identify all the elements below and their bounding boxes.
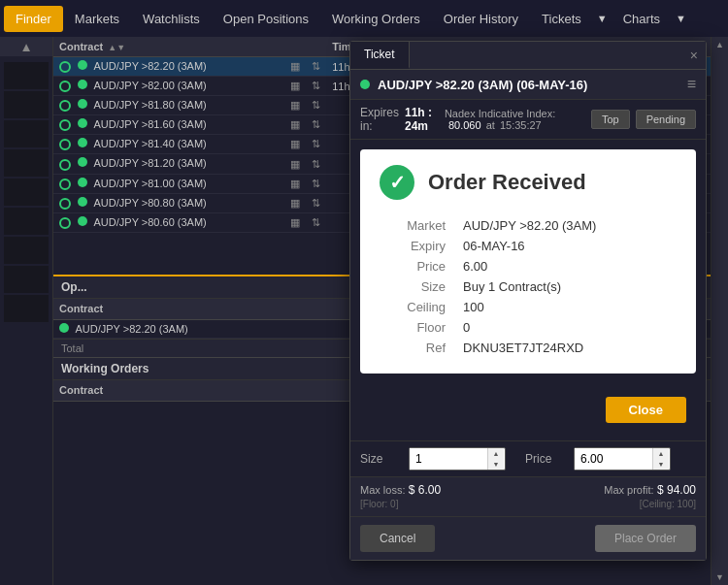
extra-col-header — [306, 37, 326, 57]
left-sidebar: ▲ — [0, 37, 53, 585]
row-sort-icon[interactable]: ⇅ — [312, 118, 320, 130]
sort-cell[interactable]: ⇅ — [306, 135, 326, 154]
scroll-up-btn[interactable]: ▲ — [711, 37, 728, 52]
contract-col-header[interactable]: Contract ▲▼ — [53, 37, 284, 57]
row-sort-icon[interactable]: ⇅ — [312, 138, 320, 149]
size-input[interactable] — [410, 448, 487, 470]
chart-cell[interactable]: ▦ — [284, 57, 306, 77]
sort-cell[interactable]: ⇅ — [306, 212, 326, 232]
price-spin-down[interactable]: ▼ — [653, 459, 669, 470]
chart-cell[interactable]: ▦ — [284, 96, 306, 115]
contract-cell: AUD/JPY >81.40 (3AM) — [53, 135, 284, 154]
order-detail-row: Floor 0 — [380, 317, 677, 338]
row-chart-icon[interactable]: ▦ — [290, 138, 300, 149]
price-spin-up[interactable]: ▲ — [653, 448, 669, 459]
row-chart-icon[interactable]: ▦ — [290, 118, 300, 130]
expires-label: Expires in: — [360, 106, 399, 133]
chart-cell[interactable]: ▦ — [284, 193, 306, 212]
row-active-dot — [78, 80, 87, 89]
nav-markets[interactable]: Markets — [63, 6, 131, 32]
price-spinner: ▲ ▼ — [652, 448, 669, 470]
ticket-tab[interactable]: Ticket — [350, 42, 410, 69]
row-sort-icon[interactable]: ⇅ — [312, 158, 320, 170]
sort-cell[interactable]: ⇅ — [306, 115, 326, 135]
cancel-btn[interactable]: Cancel — [360, 525, 435, 552]
row-active-dot — [78, 157, 87, 167]
max-loss-label: Max loss: — [360, 484, 405, 496]
close-order-btn[interactable]: Close — [606, 397, 686, 423]
tickets-chevron[interactable]: ▼ — [593, 7, 612, 30]
row-active-dot — [78, 138, 87, 147]
sidebar-scroll-up[interactable]: ▲ — [0, 37, 52, 56]
nav-order-history[interactable]: Order History — [432, 6, 530, 32]
row-status-dot — [59, 81, 71, 92]
sort-cell[interactable]: ⇅ — [306, 154, 326, 174]
sort-cell[interactable]: ⇅ — [306, 193, 326, 212]
row-sort-icon[interactable]: ⇅ — [312, 178, 320, 189]
row-sort-icon[interactable]: ⇅ — [312, 80, 320, 91]
row-status-dot — [59, 179, 71, 190]
nav-open-positions[interactable]: Open Positions — [212, 6, 320, 32]
row-active-dot — [78, 118, 87, 128]
order-detail-label: Size — [380, 276, 457, 297]
price-input-wrap: ▲ ▼ — [574, 447, 671, 471]
chart-cell[interactable]: ▦ — [284, 212, 306, 232]
nav-watchlists[interactable]: Watchlists — [131, 6, 212, 32]
nav-finder[interactable]: Finder — [4, 6, 63, 32]
contract-cell: AUD/JPY >82.00 (3AM) — [53, 77, 284, 96]
max-profit-section: Max profit: $ 94.00 [Ceiling: 100] — [604, 483, 696, 510]
row-sort-icon[interactable]: ⇅ — [312, 60, 320, 72]
price-input[interactable] — [575, 448, 652, 470]
order-detail-value: DKNU3ET7JT24RXD — [457, 338, 677, 358]
order-detail-value: AUD/JPY >82.20 (3AM) — [457, 215, 677, 236]
sort-cell[interactable]: ⇅ — [306, 174, 326, 193]
ticket-close-btn[interactable]: × — [682, 42, 706, 69]
size-label: Size — [360, 452, 399, 466]
scroll-down-btn[interactable]: ▼ — [711, 569, 728, 585]
row-chart-icon[interactable]: ▦ — [290, 158, 300, 170]
nav-charts[interactable]: Charts — [612, 6, 672, 32]
ticket-size-row: Size ▲ ▼ Price ▲ ▼ — [350, 440, 706, 476]
contract-cell: AUD/JPY >81.80 (3AM) — [53, 96, 284, 115]
ticket-title-dot — [360, 80, 370, 89]
order-detail-label: Price — [380, 256, 457, 276]
sort-cell[interactable]: ⇅ — [306, 96, 326, 115]
order-detail-label: Market — [380, 215, 457, 236]
expires-time-value: 11h : 24m — [405, 106, 439, 133]
ticket-tab-bar: Ticket × — [350, 42, 706, 70]
order-detail-row: Ref DKNU3ET7JT24RXD — [380, 338, 677, 358]
ticket-menu-icon[interactable]: ≡ — [687, 76, 696, 93]
contract-cell: AUD/JPY >81.60 (3AM) — [53, 115, 284, 135]
chart-cell[interactable]: ▦ — [284, 174, 306, 193]
row-chart-icon[interactable]: ▦ — [290, 197, 300, 209]
row-sort-icon[interactable]: ⇅ — [312, 99, 320, 111]
nav-tickets[interactable]: Tickets — [530, 6, 593, 32]
row-chart-icon[interactable]: ▦ — [290, 216, 300, 228]
row-sort-icon[interactable]: ⇅ — [312, 197, 320, 209]
chart-cell[interactable]: ▦ — [284, 135, 306, 154]
sort-cell[interactable]: ⇅ — [306, 57, 326, 77]
pending-button[interactable]: Pending — [636, 110, 696, 129]
contract-cell: AUD/JPY >81.00 (3AM) — [53, 174, 284, 193]
row-chart-icon[interactable]: ▦ — [290, 178, 300, 189]
chart-col-header — [284, 37, 306, 57]
chart-cell[interactable]: ▦ — [284, 115, 306, 135]
chart-cell[interactable]: ▦ — [284, 77, 306, 96]
nav-working-orders[interactable]: Working Orders — [320, 6, 432, 32]
chart-cell[interactable]: ▦ — [284, 154, 306, 174]
sort-cell[interactable]: ⇅ — [306, 77, 326, 96]
row-chart-icon[interactable]: ▦ — [290, 80, 300, 91]
row-sort-icon[interactable]: ⇅ — [312, 216, 320, 228]
row-chart-icon[interactable]: ▦ — [290, 60, 300, 72]
row-chart-icon[interactable]: ▦ — [290, 99, 300, 111]
charts-chevron[interactable]: ▼ — [672, 7, 690, 30]
top-button[interactable]: Top — [591, 110, 630, 129]
size-spin-down[interactable]: ▼ — [488, 459, 504, 470]
contract-cell: AUD/JPY >81.20 (3AM) — [53, 154, 284, 174]
size-spin-up[interactable]: ▲ — [488, 448, 504, 459]
row-status-dot — [59, 139, 71, 150]
check-circle: ✓ — [380, 165, 414, 200]
place-order-btn[interactable]: Place Order — [595, 525, 696, 552]
row-status-dot — [59, 217, 71, 229]
row-active-dot — [78, 178, 87, 187]
